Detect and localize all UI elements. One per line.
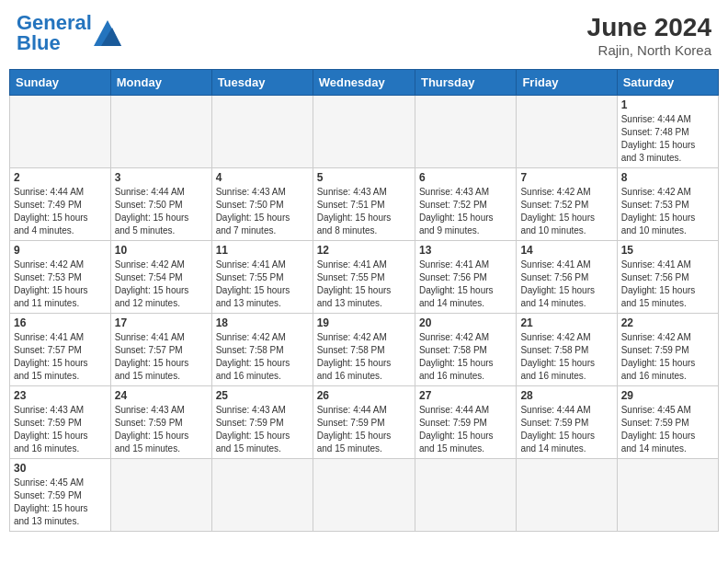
- calendar-cell: 1Sunrise: 4:44 AM Sunset: 7:48 PM Daylig…: [617, 96, 718, 168]
- col-header-wednesday: Wednesday: [313, 70, 415, 96]
- day-info: Sunrise: 4:42 AM Sunset: 7:58 PM Dayligh…: [216, 331, 309, 383]
- calendar-cell: 20Sunrise: 4:42 AM Sunset: 7:58 PM Dayli…: [415, 314, 516, 386]
- calendar-cell: [211, 96, 313, 168]
- day-info: Sunrise: 4:44 AM Sunset: 7:59 PM Dayligh…: [419, 404, 512, 455]
- title-area: June 2024 Rajin, North Korea: [587, 13, 711, 58]
- logo-text: General Blue: [17, 13, 92, 53]
- calendar-cell: 13Sunrise: 4:41 AM Sunset: 7:56 PM Dayli…: [415, 241, 516, 314]
- day-number: 11: [216, 244, 309, 257]
- col-header-monday: Monday: [110, 70, 211, 96]
- calendar-cell: 14Sunrise: 4:41 AM Sunset: 7:56 PM Dayli…: [517, 241, 617, 314]
- day-number: 23: [14, 389, 107, 402]
- day-number: 13: [419, 244, 512, 257]
- day-number: 5: [317, 171, 411, 184]
- calendar-cell: 2Sunrise: 4:44 AM Sunset: 7:49 PM Daylig…: [10, 168, 111, 241]
- day-info: Sunrise: 4:41 AM Sunset: 7:55 PM Dayligh…: [216, 259, 309, 310]
- calendar-cell: 25Sunrise: 4:43 AM Sunset: 7:59 PM Dayli…: [211, 386, 313, 459]
- calendar-cell: 23Sunrise: 4:43 AM Sunset: 7:59 PM Dayli…: [10, 386, 111, 459]
- day-info: Sunrise: 4:41 AM Sunset: 7:55 PM Dayligh…: [317, 259, 411, 310]
- day-info: Sunrise: 4:42 AM Sunset: 7:58 PM Dayligh…: [520, 331, 612, 383]
- calendar-cell: 8Sunrise: 4:42 AM Sunset: 7:53 PM Daylig…: [617, 168, 718, 241]
- calendar-cell: [211, 459, 313, 532]
- day-number: 24: [115, 389, 208, 402]
- day-number: 3: [115, 171, 208, 184]
- day-number: 7: [520, 171, 612, 184]
- day-number: 19: [317, 316, 411, 329]
- calendar-cell: 4Sunrise: 4:43 AM Sunset: 7:50 PM Daylig…: [211, 168, 313, 241]
- day-number: 14: [520, 244, 612, 257]
- calendar-cell: 24Sunrise: 4:43 AM Sunset: 7:59 PM Dayli…: [110, 386, 211, 459]
- day-number: 8: [621, 171, 714, 184]
- day-info: Sunrise: 4:43 AM Sunset: 7:50 PM Dayligh…: [216, 186, 309, 237]
- calendar-cell: 3Sunrise: 4:44 AM Sunset: 7:50 PM Daylig…: [110, 168, 211, 241]
- calendar-cell: 17Sunrise: 4:41 AM Sunset: 7:57 PM Dayli…: [110, 314, 211, 386]
- col-header-tuesday: Tuesday: [211, 70, 313, 96]
- day-info: Sunrise: 4:42 AM Sunset: 7:54 PM Dayligh…: [115, 259, 208, 310]
- day-number: 12: [317, 244, 411, 257]
- calendar-cell: 16Sunrise: 4:41 AM Sunset: 7:57 PM Dayli…: [10, 314, 111, 386]
- day-number: 26: [317, 389, 411, 402]
- location-subtitle: Rajin, North Korea: [587, 42, 711, 58]
- calendar-cell: 12Sunrise: 4:41 AM Sunset: 7:55 PM Dayli…: [313, 241, 415, 314]
- day-info: Sunrise: 4:43 AM Sunset: 7:52 PM Dayligh…: [419, 186, 512, 237]
- day-number: 27: [419, 389, 512, 402]
- week-row-2: 9Sunrise: 4:42 AM Sunset: 7:53 PM Daylig…: [10, 241, 719, 314]
- calendar-cell: 15Sunrise: 4:41 AM Sunset: 7:56 PM Dayli…: [617, 241, 718, 314]
- day-info: Sunrise: 4:43 AM Sunset: 7:59 PM Dayligh…: [115, 404, 208, 455]
- calendar-cell: 28Sunrise: 4:44 AM Sunset: 7:59 PM Dayli…: [517, 386, 617, 459]
- day-info: Sunrise: 4:44 AM Sunset: 7:59 PM Dayligh…: [317, 404, 411, 455]
- logo-icon: [94, 20, 121, 46]
- day-info: Sunrise: 4:45 AM Sunset: 7:59 PM Dayligh…: [14, 477, 107, 528]
- day-info: Sunrise: 4:43 AM Sunset: 7:59 PM Dayligh…: [14, 404, 107, 455]
- day-number: 30: [14, 462, 107, 475]
- day-number: 28: [520, 389, 612, 402]
- calendar-cell: [415, 459, 516, 532]
- calendar-cell: 22Sunrise: 4:42 AM Sunset: 7:59 PM Dayli…: [617, 314, 718, 386]
- calendar-cell: 11Sunrise: 4:41 AM Sunset: 7:55 PM Dayli…: [211, 241, 313, 314]
- day-number: 22: [621, 316, 714, 329]
- day-info: Sunrise: 4:44 AM Sunset: 7:59 PM Dayligh…: [520, 404, 612, 455]
- calendar-cell: 6Sunrise: 4:43 AM Sunset: 7:52 PM Daylig…: [415, 168, 516, 241]
- day-info: Sunrise: 4:41 AM Sunset: 7:56 PM Dayligh…: [419, 259, 512, 310]
- day-info: Sunrise: 4:44 AM Sunset: 7:49 PM Dayligh…: [14, 186, 107, 237]
- calendar-cell: 27Sunrise: 4:44 AM Sunset: 7:59 PM Dayli…: [415, 386, 516, 459]
- logo: General Blue: [17, 13, 121, 53]
- day-info: Sunrise: 4:41 AM Sunset: 7:56 PM Dayligh…: [520, 259, 612, 310]
- calendar-cell: [313, 96, 415, 168]
- calendar-cell: 29Sunrise: 4:45 AM Sunset: 7:59 PM Dayli…: [617, 386, 718, 459]
- calendar-cell: 30Sunrise: 4:45 AM Sunset: 7:59 PM Dayli…: [10, 459, 111, 532]
- day-number: 1: [621, 98, 714, 111]
- day-number: 16: [14, 316, 107, 329]
- day-number: 15: [621, 244, 714, 257]
- month-title: June 2024: [587, 13, 711, 42]
- day-number: 9: [14, 244, 107, 257]
- week-row-5: 30Sunrise: 4:45 AM Sunset: 7:59 PM Dayli…: [10, 459, 719, 532]
- day-info: Sunrise: 4:41 AM Sunset: 7:57 PM Dayligh…: [115, 331, 208, 383]
- day-info: Sunrise: 4:42 AM Sunset: 7:58 PM Dayligh…: [419, 331, 512, 383]
- calendar: SundayMondayTuesdayWednesdayThursdayFrid…: [9, 69, 719, 532]
- calendar-cell: [110, 459, 211, 532]
- day-info: Sunrise: 4:45 AM Sunset: 7:59 PM Dayligh…: [621, 404, 714, 455]
- calendar-cell: [313, 459, 415, 532]
- col-header-friday: Friday: [517, 70, 617, 96]
- day-info: Sunrise: 4:42 AM Sunset: 7:59 PM Dayligh…: [621, 331, 714, 383]
- day-number: 10: [115, 244, 208, 257]
- calendar-cell: 26Sunrise: 4:44 AM Sunset: 7:59 PM Dayli…: [313, 386, 415, 459]
- day-number: 18: [216, 316, 309, 329]
- calendar-cell: [517, 459, 617, 532]
- calendar-cell: 5Sunrise: 4:43 AM Sunset: 7:51 PM Daylig…: [313, 168, 415, 241]
- day-info: Sunrise: 4:42 AM Sunset: 7:52 PM Dayligh…: [520, 186, 612, 237]
- calendar-cell: [10, 96, 111, 168]
- day-number: 6: [419, 171, 512, 184]
- week-row-0: 1Sunrise: 4:44 AM Sunset: 7:48 PM Daylig…: [10, 96, 719, 168]
- calendar-header-row: SundayMondayTuesdayWednesdayThursdayFrid…: [10, 70, 719, 96]
- day-info: Sunrise: 4:41 AM Sunset: 7:56 PM Dayligh…: [621, 259, 714, 310]
- calendar-cell: [110, 96, 211, 168]
- col-header-saturday: Saturday: [617, 70, 718, 96]
- week-row-4: 23Sunrise: 4:43 AM Sunset: 7:59 PM Dayli…: [10, 386, 719, 459]
- logo-blue: Blue: [17, 31, 61, 54]
- day-number: 29: [621, 389, 714, 402]
- col-header-thursday: Thursday: [415, 70, 516, 96]
- day-number: 20: [419, 316, 512, 329]
- calendar-cell: [517, 96, 617, 168]
